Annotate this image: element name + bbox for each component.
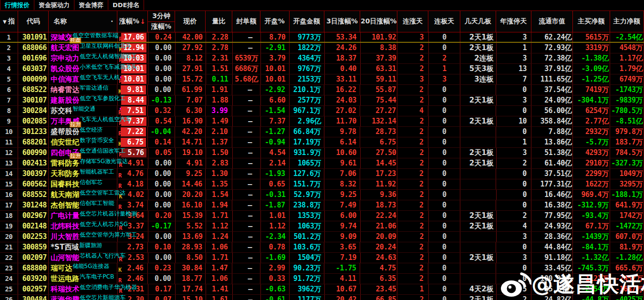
header-stock-name[interactable]: 名称· bbox=[49, 11, 117, 32]
cell-row-index: 26 bbox=[0, 295, 18, 300]
cell-main-buy-net: -3.09亿 bbox=[573, 64, 610, 74]
header-days-boards[interactable]: 几天几板 bbox=[460, 11, 496, 32]
cell-stock-code: 600562 bbox=[18, 179, 49, 189]
stock-name-text: 川大智胜 bbox=[49, 232, 79, 242]
cell-pct-change: R4.76 bbox=[117, 169, 148, 179]
menu-tab-4[interactable]: DDE排名 bbox=[108, 0, 144, 10]
cell-days-boards bbox=[460, 232, 496, 242]
cell-consecutive-limit-days: 0 bbox=[428, 263, 460, 273]
cell-consecutive-limit-days: 0 bbox=[429, 148, 460, 158]
cell-main-force-net: -1472万 bbox=[610, 221, 644, 231]
menu-tab-2[interactable]: 资金驱动力 bbox=[34, 0, 74, 10]
cell-pct-3day: 7.19 bbox=[325, 253, 361, 263]
header-year-limit-up-days[interactable]: 年涨停天 bbox=[496, 11, 531, 32]
cell-consecutive-up-days: 2 bbox=[397, 169, 429, 179]
cell-pct-change-3min: 0.17 bbox=[148, 284, 176, 294]
cell-row-index: 10 bbox=[0, 127, 18, 137]
cell-days-boards: 4天2板 bbox=[460, 284, 496, 294]
cell-stock-code: 688800 bbox=[18, 263, 49, 273]
cell-main-buy-net: 2910万 bbox=[573, 158, 610, 168]
cell-days-boards: 2天1板 bbox=[460, 295, 496, 300]
cell-pct-change-3min: 0.20 bbox=[148, 211, 176, 221]
cell-open-pct: 2.14 bbox=[261, 158, 290, 168]
cell-open-pct: 4.54 bbox=[261, 148, 290, 158]
header-seal-amount[interactable]: 封单额 bbox=[232, 11, 260, 32]
cell-consecutive-limit-days: 0 bbox=[428, 200, 460, 210]
header-volume-ratio[interactable]: 量比 bbox=[206, 11, 233, 32]
cell-year-limit-up-days: 4 bbox=[497, 221, 531, 231]
cell-stock-code: 002085 bbox=[18, 116, 49, 126]
cell-main-force-net: 1.79亿 bbox=[610, 64, 644, 74]
cell-last-price: 20.20 bbox=[176, 190, 206, 200]
cell-consecutive-up-days: 1 bbox=[397, 284, 429, 294]
cell-pct-20day: 14.45 bbox=[361, 158, 397, 168]
stock-name-text: 苏交科 bbox=[49, 106, 72, 116]
cell-seal-amount: — bbox=[232, 263, 260, 273]
cell-volume-ratio: 2.10 bbox=[206, 127, 233, 137]
cell-consecutive-up-days: 2 bbox=[397, 148, 429, 158]
header-open-amount[interactable]: 开盘金额 bbox=[290, 11, 324, 32]
cell-consecutive-limit-days: 0 bbox=[428, 169, 460, 179]
cell-consecutive-limit-days: 0 bbox=[429, 43, 460, 53]
stock-name-text: 蓝海华腾 bbox=[49, 295, 79, 300]
header-main-buy-net[interactable]: 主买净额 bbox=[573, 11, 610, 32]
cell-stock-code: 300484 bbox=[18, 295, 49, 300]
cell-stock-code: 001696 bbox=[18, 53, 49, 63]
cell-pct-3day: -1.75 bbox=[324, 263, 360, 273]
cell-main-buy-net: 3319万 bbox=[573, 43, 610, 53]
cell-year-limit-up-days: 3 bbox=[497, 53, 531, 63]
cell-last-price: 30.84 bbox=[175, 263, 206, 273]
cell-stock-code: 603920 bbox=[18, 274, 49, 284]
stock-row[interactable]: 7300107建新股份低空飞车参股化工8.44-0.137.071.88—6.6… bbox=[0, 95, 644, 106]
table-header-row: ▼指代码名称·涨幅%↓3分钟涨幅%现价量比封单额开盘%开盘金额3日涨幅%20日涨… bbox=[0, 11, 644, 32]
header-float-market-cap[interactable]: 流通市值 bbox=[531, 11, 573, 32]
cell-year-limit-up-days: 3 bbox=[497, 32, 531, 42]
cell-days-boards: 2天1板 bbox=[460, 32, 496, 42]
cell-row-index: 25 bbox=[0, 284, 18, 294]
cell-volume-ratio: 1.06 bbox=[206, 242, 233, 252]
cell-last-price: 4.91 bbox=[176, 158, 206, 168]
cell-pct-20day: 63.31 bbox=[361, 64, 397, 74]
header-stock-code[interactable]: 代码 bbox=[18, 11, 49, 32]
menu-tab-3[interactable]: 资金博弈 bbox=[74, 0, 108, 10]
cell-days-boards: 5天3板 bbox=[460, 64, 496, 74]
cell-last-price: 42.00 bbox=[176, 32, 206, 42]
cell-stock-code: 688522 bbox=[18, 85, 49, 95]
cell-year-limit-up-days: 0 bbox=[496, 127, 531, 137]
stock-name-text: 盛帮股份 bbox=[49, 127, 79, 137]
cell-pct-20day: 4.75 bbox=[360, 263, 397, 273]
cell-row-index: 15 bbox=[0, 179, 18, 189]
header-pct-change-3min[interactable]: 3分钟涨幅% bbox=[148, 11, 176, 32]
cell-consecutive-up-days: 2 bbox=[397, 190, 429, 200]
cell-open-amount: 1065万 bbox=[290, 158, 324, 168]
cell-open-pct: 10.01 bbox=[261, 74, 290, 84]
cell-consecutive-limit-days: 0 bbox=[429, 232, 460, 242]
concept-note: 信创军工智能 bbox=[80, 198, 114, 208]
cell-days-boards bbox=[460, 137, 496, 147]
stock-name-text: 科瑞技术 bbox=[49, 284, 79, 294]
header-consecutive-limit-days[interactable]: 连板天 bbox=[428, 11, 460, 32]
cell-year-limit-up-days: 1 bbox=[496, 137, 531, 147]
cell-pct-3day: 27.02 bbox=[324, 106, 360, 116]
header-pct-change[interactable]: 涨幅%↓ bbox=[117, 11, 148, 32]
header-pct-3day[interactable]: 3日涨幅% bbox=[324, 11, 360, 32]
header-consecutive-up-days[interactable]: 连涨天 bbox=[397, 11, 429, 32]
concept-note: 低空芯片新能源车 bbox=[80, 293, 125, 300]
header-last-price[interactable]: 现价 bbox=[175, 11, 206, 32]
header-main-force-net[interactable]: 主力净额 bbox=[610, 11, 644, 32]
cell-year-limit-up-days: 0 bbox=[496, 179, 531, 189]
menu-tab-1[interactable]: 行情报价 bbox=[0, 0, 34, 10]
cell-row-index: 21 bbox=[0, 242, 18, 252]
cell-row-index: 16 bbox=[0, 190, 18, 200]
cell-pct-change-3min: 0.00 bbox=[148, 232, 176, 242]
cell-open-amount: 2577万 bbox=[290, 95, 324, 105]
header-pin[interactable]: ▼指 bbox=[0, 11, 18, 32]
cell-consecutive-limit-days: 0 bbox=[428, 137, 460, 147]
cell-float-market-cap: 56.00亿 bbox=[531, 106, 573, 116]
cell-pct-3day: 9.78 bbox=[324, 127, 360, 137]
cell-pct-change-3min: 0.00 bbox=[148, 200, 176, 210]
header-open-pct[interactable]: 开盘% bbox=[260, 11, 290, 32]
header-pct-20day[interactable]: 20日涨幅% bbox=[360, 11, 397, 32]
cell-seal-amount: — bbox=[233, 32, 261, 42]
cell-pct-3day: 11.70 bbox=[325, 116, 361, 126]
